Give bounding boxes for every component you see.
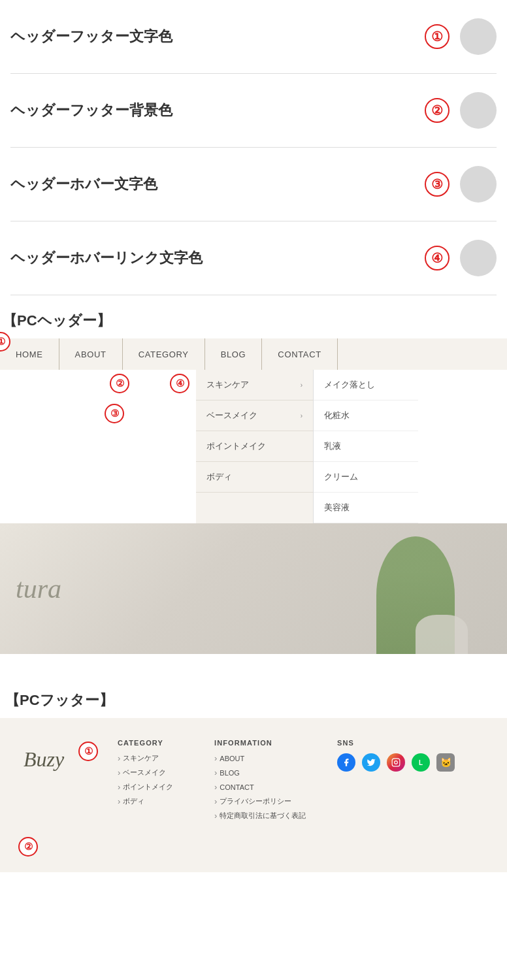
pc-header-section: 【PCヘッダー】 ① HOME ABOUT CATEGORY BLOG CONT…	[0, 295, 507, 675]
hero-text: tura	[0, 573, 61, 604]
pc-header-title: 【PCヘッダー】	[0, 295, 507, 338]
dropdown-sub-makeup-remover[interactable]: メイク落とし	[314, 370, 418, 400]
dropdown-col2: メイク落とし 化粧水 乳液 クリーム 美容液	[314, 370, 418, 523]
hero-area: tura	[0, 523, 507, 654]
chevron-icon-2: ›	[301, 412, 303, 419]
nav-item-category[interactable]: CATEGORY	[123, 338, 205, 370]
color-row-2: ヘッダーフッター背景色 ②	[10, 74, 497, 148]
nav-item-about[interactable]: ABOUT	[59, 338, 123, 370]
footer-cat-base[interactable]: ベースメイク	[118, 768, 209, 777]
footer-badge-1: ①	[78, 742, 98, 761]
color-label-1: ヘッダーフッター文字色	[10, 27, 172, 46]
color-swatch-1[interactable]	[460, 18, 497, 55]
pc-footer-section: 【PCフッター】 ① ② Buzy CATEGORY スキンケア ベースメイク …	[0, 675, 507, 872]
svg-text:Buzy: Buzy	[24, 747, 65, 771]
footer-category-col: CATEGORY スキンケア ベースメイク ポイントメイク ボディ	[118, 739, 209, 825]
color-row-1: ヘッダーフッター文字色 ①	[10, 0, 497, 74]
footer-info-about[interactable]: ABOUT	[214, 753, 332, 763]
dropdown-item-skincare[interactable]: スキンケア ›	[196, 370, 313, 400]
footer-cat-skincare[interactable]: スキンケア	[118, 753, 209, 763]
pc-footer-title: 【PCフッター】	[0, 675, 507, 718]
badge-number-4: ④	[425, 246, 450, 270]
footer-info-privacy[interactable]: プライバシーポリシー	[214, 796, 332, 806]
dropdown-sub-emulsion[interactable]: 乳液	[314, 431, 418, 462]
dropdown-sub-serum[interactable]: 美容液	[314, 493, 418, 523]
footer-sns-title: SNS	[337, 739, 486, 747]
header-badge-4: ④	[170, 374, 189, 393]
color-row-right-1: ①	[425, 18, 497, 55]
footer-info-title: INFORMATION	[214, 739, 332, 747]
badge-number-2: ②	[425, 98, 450, 123]
color-swatch-2[interactable]	[460, 92, 497, 129]
dropdown-item-point[interactable]: ポイントメイク	[196, 431, 313, 462]
color-label-4: ヘッダーホバーリンク文字色	[10, 248, 203, 268]
instagram-icon[interactable]	[387, 753, 405, 772]
dropdown-sub-cream[interactable]: クリーム	[314, 462, 418, 493]
pc-nav: ① HOME ABOUT CATEGORY BLOG CONTACT	[0, 338, 507, 370]
dropdown-item-base[interactable]: ベースメイク ›	[196, 400, 313, 431]
footer-badge-2: ②	[18, 837, 38, 857]
header-badge-3: ③	[105, 404, 124, 423]
logo-svg: Buzy	[21, 742, 80, 774]
footer-logo: Buzy	[21, 739, 112, 779]
facebook-icon[interactable]	[337, 753, 355, 772]
dropdown-col1: スキンケア › ベースメイク › ポイントメイク ボディ	[196, 370, 314, 523]
footer-cat-body[interactable]: ボディ	[118, 796, 209, 806]
footer-sns-col: SNS L 🐱	[337, 739, 486, 825]
dropdown-menu: スキンケア › ベースメイク › ポイントメイク ボディ メイク落とし	[0, 370, 507, 523]
badge-number-3: ③	[425, 172, 450, 197]
footer-sns-icons: L 🐱	[337, 753, 486, 772]
color-row-right-4: ④	[425, 240, 497, 276]
footer-info-contact[interactable]: CONTACT	[214, 782, 332, 792]
nav-item-contact[interactable]: CONTACT	[262, 338, 337, 370]
color-row-right-2: ②	[425, 92, 497, 129]
footer-info-legal[interactable]: 特定商取引法に基づく表記	[214, 811, 332, 821]
color-label-3: ヘッダーホバー文字色	[10, 174, 157, 194]
color-row-4: ヘッダーホバーリンク文字色 ④	[10, 221, 497, 295]
color-label-2: ヘッダーフッター背景色	[10, 101, 172, 120]
dropdown-sub-lotion[interactable]: 化粧水	[314, 400, 418, 431]
footer-category-title: CATEGORY	[118, 739, 209, 747]
color-row-right-3: ③	[425, 166, 497, 203]
footer-info-col: INFORMATION ABOUT BLOG CONTACT プライバシーポリシ…	[214, 739, 332, 825]
svg-point-2	[395, 761, 398, 764]
header-badge-2: ②	[110, 374, 129, 393]
neko-icon[interactable]: 🐱	[436, 753, 455, 772]
svg-point-3	[398, 760, 399, 761]
svg-rect-1	[392, 759, 400, 766]
footer-logo-col: Buzy	[21, 739, 112, 825]
color-swatch-4[interactable]	[460, 240, 497, 276]
pc-header-preview: ① HOME ABOUT CATEGORY BLOG CONTACT ② ③ ④…	[0, 338, 507, 654]
line-icon[interactable]: L	[412, 753, 430, 772]
color-row-3: ヘッダーホバー文字色 ③	[10, 148, 497, 221]
pc-nav-wrap: ① HOME ABOUT CATEGORY BLOG CONTACT ② ③ ④…	[0, 338, 507, 523]
dropdown-item-body[interactable]: ボディ	[196, 462, 313, 493]
badge-number-1: ①	[425, 24, 450, 49]
color-swatch-3[interactable]	[460, 166, 497, 203]
twitter-icon[interactable]	[362, 753, 380, 772]
color-settings-panel: ヘッダーフッター文字色 ① ヘッダーフッター背景色 ② ヘッダーホバー文字色 ③…	[0, 0, 507, 295]
chevron-icon-1: ›	[301, 382, 303, 389]
footer-info-blog[interactable]: BLOG	[214, 768, 332, 777]
nav-item-blog[interactable]: BLOG	[205, 338, 263, 370]
pc-footer-preview: ① ② Buzy CATEGORY スキンケア ベースメイク ポイントメイク ボ…	[0, 718, 507, 872]
footer-cat-point[interactable]: ポイントメイク	[118, 782, 209, 792]
